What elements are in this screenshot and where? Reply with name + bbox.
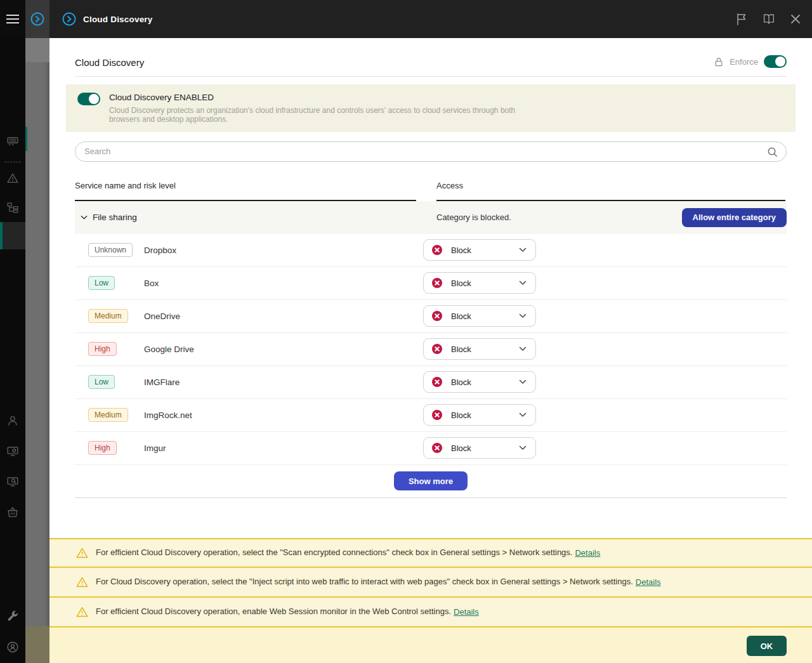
- risk-cell: Medium: [75, 408, 144, 422]
- dimmed-selected-accent: [25, 127, 27, 151]
- table-row: High Google Drive Block: [75, 333, 787, 366]
- access-dropdown[interactable]: Block: [423, 371, 536, 393]
- table-header: Service name and risk level Access: [75, 181, 787, 201]
- table-row: Medium ImgRock.net Block: [75, 399, 787, 432]
- category-row: File sharing Category is blocked. Allow …: [75, 201, 787, 234]
- access-value: Block: [451, 377, 511, 387]
- access-cell: Block: [423, 305, 787, 327]
- window-title-zone: Cloud Discovery: [49, 12, 153, 26]
- table-row: High Imgur Block: [75, 432, 787, 465]
- page-header: Cloud Discovery Enforce: [75, 38, 787, 77]
- dimmed-footer-area: [25, 626, 49, 663]
- cloud-discovery-toggle[interactable]: [77, 93, 100, 105]
- chevron-down-icon: [519, 445, 527, 450]
- topbar-actions: [736, 13, 812, 25]
- access-cell: Block: [423, 272, 787, 294]
- warning-text: For Cloud Discovery operation, select th…: [96, 577, 633, 587]
- allow-entire-category-button[interactable]: Allow entire category: [682, 208, 787, 227]
- access-dropdown[interactable]: Block: [423, 338, 536, 360]
- app-chevron-icon: [62, 12, 76, 26]
- access-dropdown[interactable]: Block: [423, 404, 536, 426]
- risk-cell: Unknown: [75, 243, 144, 257]
- risk-cell: High: [75, 441, 144, 455]
- app-chevron-icon: [30, 12, 44, 26]
- sidebar-item-account[interactable]: [0, 634, 25, 660]
- service-name: IMGFlare: [144, 377, 423, 387]
- flag-button[interactable]: [736, 13, 747, 25]
- chevron-down-icon: [519, 247, 527, 253]
- access-dropdown[interactable]: Block: [423, 437, 536, 459]
- flag-icon: [736, 13, 747, 25]
- enforce-control: Enforce: [714, 55, 787, 68]
- table-row: Unknown Dropbox Block: [75, 234, 787, 267]
- sidebar-item-alerts[interactable]: [0, 166, 25, 191]
- column-service: Service name and risk level: [75, 181, 416, 201]
- access-cell: Block: [423, 371, 787, 393]
- search-button[interactable]: [766, 146, 778, 158]
- category-toggle[interactable]: File sharing: [75, 213, 436, 222]
- help-button[interactable]: [763, 13, 775, 25]
- risk-cell: Low: [75, 276, 144, 290]
- access-dropdown[interactable]: Block: [423, 305, 536, 327]
- category-status: Category is blocked.: [436, 213, 511, 222]
- sidebar-item-devices[interactable]: [0, 129, 25, 154]
- hamburger-icon: [6, 14, 19, 24]
- details-link[interactable]: Details: [454, 607, 479, 617]
- access-cell: Block: [423, 437, 787, 459]
- access-value: Block: [451, 246, 511, 255]
- window-tab[interactable]: [25, 0, 49, 38]
- sidebar-item-tools[interactable]: [0, 603, 25, 629]
- category-name: File sharing: [93, 213, 137, 222]
- topbar: Cloud Discovery: [0, 0, 812, 38]
- table-row: Low IMGFlare Block: [75, 366, 787, 399]
- risk-badge: High: [88, 342, 117, 356]
- risk-badge: Medium: [88, 309, 128, 323]
- warning-triangle-icon: [76, 577, 88, 588]
- details-link[interactable]: Details: [575, 548, 600, 558]
- ok-button[interactable]: OK: [747, 636, 787, 656]
- search-icon: [766, 146, 778, 158]
- block-icon: [431, 244, 443, 256]
- banner-description: Cloud Discovery protects an organization…: [109, 106, 518, 124]
- sidebar-item-hierarchy[interactable]: [0, 195, 25, 220]
- block-icon: [431, 442, 443, 454]
- search-input[interactable]: [75, 141, 787, 162]
- sidebar-item-selected[interactable]: [0, 222, 25, 249]
- menu-button[interactable]: [0, 0, 25, 38]
- access-dropdown[interactable]: Block: [423, 239, 536, 261]
- basket-icon: [6, 505, 20, 519]
- enforce-toggle[interactable]: [764, 55, 787, 68]
- block-icon: [431, 376, 443, 388]
- access-dropdown[interactable]: Block: [423, 272, 536, 294]
- enabled-banner: Cloud Discovery ENABLED Cloud Discovery …: [66, 84, 796, 132]
- window-title: Cloud Discovery: [83, 15, 153, 24]
- sidebar-item-monitoring[interactable]: [0, 469, 25, 494]
- warning-triangle-icon: [76, 548, 88, 558]
- dimmed-band: [25, 38, 49, 62]
- risk-badge: High: [88, 441, 117, 455]
- details-link[interactable]: Details: [636, 577, 661, 587]
- column-access: Access: [436, 181, 785, 201]
- block-icon: [431, 409, 443, 421]
- risk-cell: High: [75, 342, 144, 356]
- sidebar-item-device-settings[interactable]: [0, 438, 25, 464]
- selected-accent-bar: [0, 222, 3, 249]
- risk-badge: Low: [88, 276, 115, 290]
- toggle-knob: [775, 56, 785, 67]
- alert-triangle-icon: [6, 171, 20, 185]
- service-name: ImgRock.net: [144, 410, 423, 420]
- table-row: Low Box Block: [75, 267, 787, 300]
- risk-badge: Low: [88, 375, 115, 389]
- device-list-icon: [6, 135, 20, 148]
- service-name: OneDrive: [144, 312, 423, 321]
- show-more-button[interactable]: Show more: [394, 471, 468, 490]
- chevron-down-icon: [519, 379, 527, 384]
- sidebar-item-users[interactable]: [0, 408, 25, 433]
- enforce-label: Enforce: [730, 57, 758, 67]
- close-button[interactable]: [790, 14, 801, 24]
- cloud-discovery-panel: Cloud Discovery Enforce Cloud Discovery …: [49, 38, 812, 663]
- service-name: Box: [144, 279, 423, 288]
- access-value: Block: [451, 279, 511, 288]
- person-circle-icon: [6, 640, 20, 654]
- sidebar-item-marketplace[interactable]: [0, 499, 25, 525]
